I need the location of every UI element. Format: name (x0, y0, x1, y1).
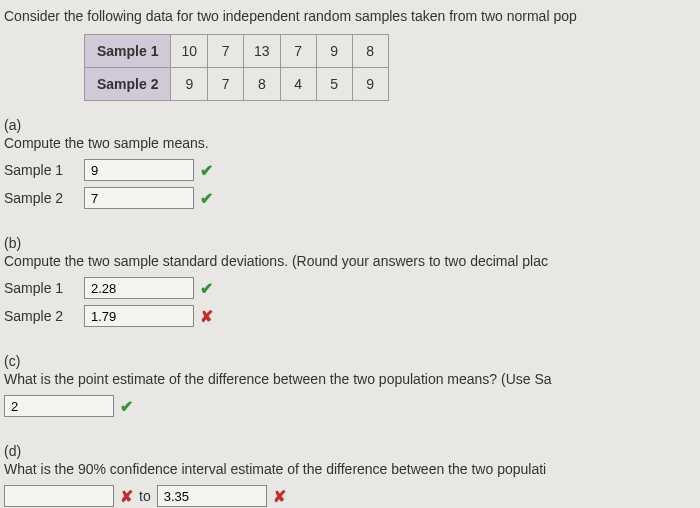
part-c: (c) What is the point estimate of the di… (4, 353, 700, 423)
part-c-question: What is the point estimate of the differ… (4, 371, 668, 387)
cross-icon: ✘ (273, 487, 286, 506)
part-a-sample1-input[interactable] (84, 159, 194, 181)
sample2-cell: 8 (244, 68, 281, 101)
part-a-sample2-row: Sample 2 ✔ (4, 187, 668, 209)
part-a-sample1-row: Sample 1 ✔ (4, 159, 668, 181)
part-c-input[interactable] (4, 395, 114, 417)
part-b-sample1-label: Sample 1 (4, 280, 84, 296)
part-d-lower-input[interactable] (4, 485, 114, 507)
part-b-sample1-input[interactable] (84, 277, 194, 299)
table-row: Sample 1 10 7 13 7 9 8 (85, 35, 389, 68)
cross-icon: ✘ (200, 307, 213, 326)
part-a-question: Compute the two sample means. (4, 135, 668, 151)
sample1-cell: 8 (352, 35, 388, 68)
check-icon: ✔ (120, 397, 133, 416)
part-b-question: Compute the two sample standard deviatio… (4, 253, 668, 269)
part-c-answer-row: ✔ (4, 395, 668, 417)
part-a-label: (a) (4, 117, 32, 133)
part-a-sample2-label: Sample 2 (4, 190, 84, 206)
sample1-cell: 13 (244, 35, 281, 68)
sample1-cell: 9 (316, 35, 352, 68)
intro-text: Consider the following data for two inde… (4, 8, 700, 24)
part-d-question: What is the 90% confidence interval esti… (4, 461, 668, 477)
check-icon: ✔ (200, 189, 213, 208)
part-d-upper-input[interactable] (157, 485, 267, 507)
sample2-cell: 5 (316, 68, 352, 101)
sample2-cell: 9 (171, 68, 208, 101)
part-b: (b) Compute the two sample standard devi… (4, 235, 700, 333)
part-d-label: (d) (4, 443, 32, 459)
sample-data-table: Sample 1 10 7 13 7 9 8 Sample 2 9 7 8 4 … (84, 34, 389, 101)
sample2-cell: 9 (352, 68, 388, 101)
part-c-label: (c) (4, 353, 32, 369)
check-icon: ✔ (200, 279, 213, 298)
sample2-cell: 4 (280, 68, 316, 101)
part-b-sample2-row: Sample 2 ✘ (4, 305, 668, 327)
part-b-sample2-label: Sample 2 (4, 308, 84, 324)
sample2-header: Sample 2 (85, 68, 171, 101)
part-d: (d) What is the 90% confidence interval … (4, 443, 700, 508)
part-d-answer-row: ✘ to ✘ (4, 485, 668, 507)
part-a: (a) Compute the two sample means. Sample… (4, 117, 700, 215)
part-a-sample1-label: Sample 1 (4, 162, 84, 178)
sample2-cell: 7 (208, 68, 244, 101)
sample1-header: Sample 1 (85, 35, 171, 68)
table-row: Sample 2 9 7 8 4 5 9 (85, 68, 389, 101)
sample1-cell: 7 (280, 35, 316, 68)
part-b-sample1-row: Sample 1 ✔ (4, 277, 668, 299)
cross-icon: ✘ (120, 487, 133, 506)
to-label: to (139, 488, 151, 504)
sample1-cell: 7 (208, 35, 244, 68)
part-b-label: (b) (4, 235, 32, 251)
part-b-sample2-input[interactable] (84, 305, 194, 327)
check-icon: ✔ (200, 161, 213, 180)
part-a-sample2-input[interactable] (84, 187, 194, 209)
sample1-cell: 10 (171, 35, 208, 68)
